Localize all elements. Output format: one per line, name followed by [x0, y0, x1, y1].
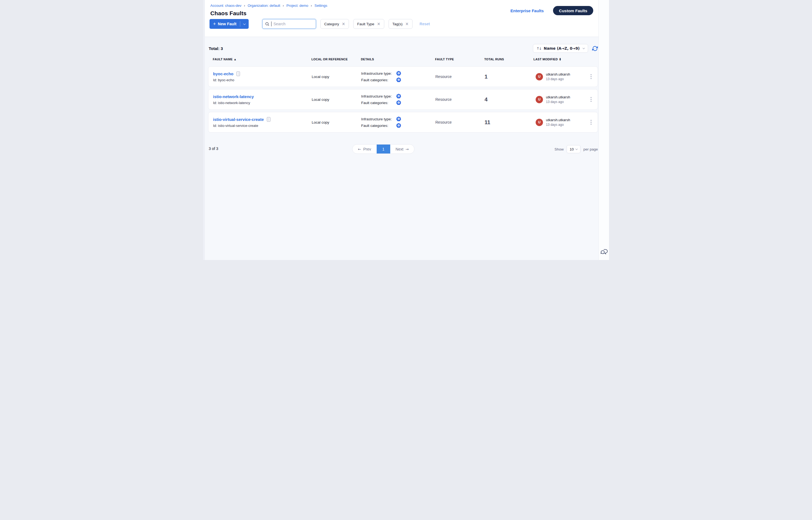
row-menu-button[interactable]: [589, 118, 598, 126]
refresh-icon: [592, 46, 598, 51]
close-icon[interactable]: ×: [342, 22, 346, 26]
fault-name-link[interactable]: istio-virtual-service-create: [213, 117, 264, 122]
left-edge-sliver: [203, 0, 205, 260]
kubernetes-icon: ☸: [396, 94, 401, 99]
breadcrumb-account-link[interactable]: Account: chaos-dev: [210, 3, 241, 8]
chevron-right-icon: ›: [244, 4, 245, 8]
kubernetes-icon: ☸: [396, 71, 401, 76]
modified-date: 13 days ago: [546, 77, 570, 81]
scrollbar-gutter[interactable]: [599, 0, 609, 260]
chevron-down-icon: [243, 22, 246, 25]
breadcrumb-project-link[interactable]: Project: demo: [286, 3, 308, 8]
search-icon: [265, 22, 269, 26]
fault-categories-label: Fault categories:: [361, 101, 396, 105]
kubernetes-icon: ☸: [396, 77, 401, 82]
page-header: Account: chaos-dev › Organization: defau…: [203, 0, 609, 37]
filter-chip-tags[interactable]: Tag(s) ×: [389, 19, 412, 29]
custom-faults-button[interactable]: Custom Faults: [553, 6, 593, 15]
column-local-or-reference: LOCAL OR REFERENCE: [311, 58, 361, 61]
page-title: Chaos Faults: [210, 10, 327, 17]
breadcrumb: Account: chaos-dev › Organization: defau…: [210, 3, 327, 8]
row-menu-button[interactable]: [589, 95, 598, 104]
avatar: U: [536, 73, 543, 80]
search-box[interactable]: [262, 19, 316, 29]
fault-type: Resource: [435, 74, 485, 79]
enterprise-faults-link[interactable]: Enterprise Faults: [510, 8, 544, 13]
column-total-runs: TOTAL RUNS: [484, 58, 533, 61]
kubernetes-icon: ☸: [396, 123, 401, 128]
infrastructure-type-label: Infrastructure type:: [361, 117, 396, 121]
header-right: Enterprise Faults Custom Faults: [510, 6, 593, 15]
local-or-reference: Local copy: [312, 98, 361, 102]
chevron-right-icon: ›: [283, 4, 284, 8]
infrastructure-type-label: Infrastructure type:: [361, 72, 396, 76]
filter-chip-fault-type[interactable]: Fault Type ×: [353, 19, 384, 29]
chat-bubbles-icon: [600, 248, 608, 257]
fault-id: Id: istio-network-latency: [213, 101, 312, 105]
search-input[interactable]: [273, 22, 313, 26]
local-or-reference: Local copy: [312, 75, 361, 79]
fault-id: Id: byoc-echo: [213, 78, 312, 82]
table-header-row: FAULT NAME ▲ LOCAL OR REFERENCE DETAILS …: [208, 58, 598, 61]
breadcrumb-settings-link[interactable]: Settings: [314, 3, 327, 8]
fault-type: Resource: [435, 97, 485, 102]
content: Total: 3 ↑↓ Name (A→Z, 0→9) FAULT NAME: [203, 44, 609, 155]
manifest-icon[interactable]: [267, 117, 271, 122]
close-icon[interactable]: ×: [405, 22, 409, 26]
modified-date: 13 days ago: [546, 123, 570, 127]
page-size-group: Show 10 per page: [554, 145, 598, 153]
fault-row[interactable]: istio-virtual-service-create Id: istio-v…: [208, 112, 598, 133]
fault-name-link[interactable]: istio-network-latency: [213, 94, 254, 99]
modified-by-user: utkarsh.utkarsh: [546, 118, 570, 122]
page-number-button[interactable]: 1: [377, 145, 390, 154]
plus-icon: +: [213, 22, 216, 26]
sort-value: Name (A→Z, 0→9): [544, 46, 580, 51]
column-fault-name[interactable]: FAULT NAME ▲: [208, 58, 311, 61]
modified-by-user: utkarsh.utkarsh: [546, 72, 570, 76]
filter-chip-label: Tag(s): [392, 22, 403, 26]
page-range-label: 3 of 3: [209, 147, 218, 151]
text-cursor: [271, 22, 272, 26]
fault-id: Id: istio-virtual-service-create: [213, 124, 312, 128]
fault-type: Resource: [435, 120, 485, 125]
fault-table-body: byoc-echo Id: byoc-echo Local copy Infra…: [208, 66, 598, 133]
fault-row[interactable]: istio-network-latency Id: istio-network-…: [208, 89, 598, 110]
total-runs: 11: [485, 119, 534, 126]
fault-row[interactable]: byoc-echo Id: byoc-echo Local copy Infra…: [208, 66, 598, 87]
column-last-modified[interactable]: LAST MODIFIED ▲▼: [533, 58, 587, 61]
column-fault-type: FAULT TYPE: [435, 58, 484, 61]
reset-filters-button[interactable]: Reset: [420, 22, 430, 26]
manifest-icon[interactable]: [236, 72, 240, 76]
header-left: Account: chaos-dev › Organization: defau…: [210, 3, 327, 17]
column-details: DETAILS: [361, 58, 435, 61]
page-size-select[interactable]: 10: [566, 145, 581, 153]
breadcrumb-organization-link[interactable]: Organization: default: [248, 3, 280, 8]
row-menu-button[interactable]: [589, 73, 598, 81]
filter-chip-label: Fault Type: [357, 22, 374, 26]
per-page-label: per page: [583, 147, 598, 151]
chevron-down-icon: [583, 47, 585, 49]
next-page-button[interactable]: Next →: [390, 145, 414, 154]
total-count: Total: 3: [209, 46, 223, 51]
sort-select[interactable]: ↑↓ Name (A→Z, 0→9): [533, 44, 588, 53]
chevron-down-icon: [576, 148, 578, 150]
filter-chip-category[interactable]: Category ×: [321, 19, 349, 29]
sort-arrows-icon: ↑↓: [536, 47, 541, 51]
refresh-button[interactable]: [592, 46, 598, 51]
prev-page-button[interactable]: ← Prev: [353, 145, 377, 154]
arrow-right-icon: →: [405, 147, 409, 151]
show-label: Show: [554, 147, 564, 151]
toolbar: + New Fault Category × Fault Type ×: [203, 17, 609, 29]
avatar: U: [536, 119, 543, 126]
pager: ← Prev 1 Next →: [352, 144, 414, 154]
avatar: U: [536, 96, 543, 103]
fault-categories-label: Fault categories:: [361, 124, 396, 128]
new-fault-dropdown-toggle[interactable]: [240, 23, 249, 25]
support-chat-button[interactable]: [600, 248, 608, 257]
sort-both-icon: ▲▼: [559, 58, 561, 61]
arrow-left-icon: ←: [358, 147, 361, 151]
fault-name-link[interactable]: byoc-echo: [213, 72, 233, 76]
chevron-right-icon: ›: [311, 4, 312, 8]
new-fault-button[interactable]: + New Fault: [209, 19, 249, 29]
close-icon[interactable]: ×: [377, 22, 380, 26]
